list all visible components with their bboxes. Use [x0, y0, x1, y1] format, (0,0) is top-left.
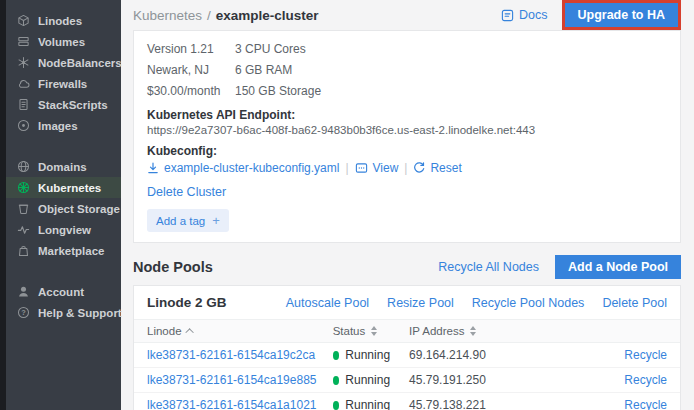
breadcrumb-section[interactable]: Kubernetes [133, 8, 202, 23]
sidebar-group-account: Account ? Help & Support [0, 281, 121, 323]
pool-header: Linode 2 GB Autoscale Pool Resize Pool R… [134, 286, 680, 319]
column-header-linode[interactable]: Linode [134, 320, 320, 343]
sidebar-item-label: Help & Support [38, 307, 122, 319]
sidebar-item-longview[interactable]: Longview [0, 219, 121, 240]
sidebar-item-help-support[interactable]: ? Help & Support [0, 302, 121, 323]
node-link[interactable]: lke38731-62161-6154ca19c2ca [134, 343, 320, 368]
reset-icon [413, 162, 425, 174]
upgrade-to-ha-button[interactable]: Upgrade to HA [565, 3, 679, 27]
nodes-table-header-row: Linode Status IP Address [134, 320, 680, 343]
table-row: lke38731-62161-6154ca19c2ca Running 69.1… [134, 343, 680, 368]
sidebar-item-linodes[interactable]: Linodes [0, 10, 121, 31]
sidebar-item-label: Images [38, 120, 78, 132]
sidebar-item-kubernetes[interactable]: Kubernetes [0, 177, 121, 198]
docs-icon [501, 9, 514, 22]
kubeconfig-view-link[interactable]: View [355, 161, 399, 175]
stackscripts-icon [17, 98, 30, 111]
help-icon: ? [17, 306, 30, 319]
kubeconfig-download-link[interactable]: example-cluster-kubeconfig.yaml [147, 161, 339, 175]
node-ip: 45.79.138.221 [396, 393, 533, 410]
sidebar-item-label: Longview [38, 224, 91, 236]
column-header-actions [533, 320, 680, 343]
node-link[interactable]: lke38731-62161-6154ca19e885 [134, 368, 320, 393]
spec-price: $30.00/month [147, 81, 235, 102]
node-ip: 69.164.214.90 [396, 343, 533, 368]
sidebar-item-stackscripts[interactable]: StackScripts [0, 94, 121, 115]
docs-link[interactable]: Docs [501, 8, 547, 22]
docs-label: Docs [519, 8, 547, 22]
volumes-icon [17, 35, 30, 48]
add-tag-button[interactable]: Add a tag + [147, 209, 229, 232]
tags-section: Add a tag + [147, 209, 667, 232]
spec-cpu: 3 CPU Cores [235, 39, 667, 60]
pool-name: Linode 2 GB [147, 295, 227, 310]
sort-asc-icon [185, 328, 193, 336]
app-window: Linodes Volumes NodeBalancers Firewalls … [0, 0, 694, 410]
sidebar-item-label: Object Storage [38, 203, 120, 215]
recycle-all-nodes-link[interactable]: Recycle All Nodes [438, 260, 539, 274]
status-dot-icon [333, 401, 340, 410]
node-pool-card: Linode 2 GB Autoscale Pool Resize Pool R… [133, 285, 681, 410]
breadcrumb-separator: / [207, 8, 211, 23]
cluster-summary-card: Version 1.21 3 CPU Cores Newark, NJ 6 GB… [133, 30, 681, 243]
table-row: lke38731-62161-6154ca19e885 Running 45.7… [134, 368, 680, 393]
node-ip: 45.79.191.250 [396, 368, 533, 393]
column-label: IP Address [409, 325, 464, 337]
sidebar-item-images[interactable]: Images [0, 115, 121, 136]
download-icon [147, 162, 159, 174]
sidebar-item-nodebalancers[interactable]: NodeBalancers [0, 52, 121, 73]
sidebar-item-firewalls[interactable]: Firewalls [0, 73, 121, 94]
api-endpoint-label: Kubernetes API Endpoint: [147, 108, 667, 122]
node-pools-title: Node Pools [133, 259, 213, 275]
resize-pool-link[interactable]: Resize Pool [387, 296, 454, 310]
sidebar-item-object-storage[interactable]: Object Storage [0, 198, 121, 219]
node-pools-header: Node Pools Recycle All Nodes Add a Node … [133, 255, 681, 279]
node-pools-actions: Recycle All Nodes Add a Node Pool [438, 255, 681, 279]
sidebar: Linodes Volumes NodeBalancers Firewalls … [0, 0, 121, 410]
domains-icon [17, 160, 30, 173]
recycle-pool-nodes-link[interactable]: Recycle Pool Nodes [472, 296, 585, 310]
column-header-status[interactable]: Status [320, 320, 396, 343]
api-endpoint-value: https://9e2a7307-b6ac-408f-ba62-9483b0b3… [147, 124, 667, 136]
nodebalancers-icon [17, 56, 30, 69]
annotation-highlight: Upgrade to HA [562, 0, 682, 30]
linodes-icon [17, 14, 30, 27]
delete-pool-link[interactable]: Delete Pool [602, 296, 667, 310]
kubeconfig-reset-link[interactable]: Reset [413, 161, 461, 175]
status-label: Running [345, 348, 390, 362]
add-tag-label: Add a tag [156, 215, 205, 227]
sidebar-item-marketplace[interactable]: Marketplace [0, 240, 121, 261]
sidebar-group-compute: Linodes Volumes NodeBalancers Firewalls … [0, 10, 121, 136]
kubernetes-icon [17, 181, 30, 194]
object-storage-icon [17, 202, 30, 215]
sidebar-item-domains[interactable]: Domains [0, 156, 121, 177]
nodes-table: Linode Status IP Address lke38731-62161-… [134, 319, 680, 410]
sort-carets-icon [470, 326, 476, 336]
recycle-node-link[interactable]: Recycle [533, 368, 680, 393]
column-header-ip-address[interactable]: IP Address [396, 320, 533, 343]
recycle-node-link[interactable]: Recycle [533, 393, 680, 410]
spec-ram: 6 GB RAM [235, 60, 667, 81]
reset-label: Reset [430, 161, 461, 175]
recycle-node-link[interactable]: Recycle [533, 343, 680, 368]
column-label: Linode [147, 325, 182, 337]
topbar-actions: Docs Upgrade to HA [501, 0, 681, 30]
sidebar-item-account[interactable]: Account [0, 281, 121, 302]
status-dot-icon [333, 376, 340, 385]
sidebar-item-label: Volumes [38, 36, 85, 48]
svg-text:?: ? [21, 308, 26, 317]
sidebar-item-volumes[interactable]: Volumes [0, 31, 121, 52]
node-link[interactable]: lke38731-62161-6154ca1a1021 [134, 393, 320, 410]
breadcrumb-current: example-cluster [216, 8, 319, 23]
add-node-pool-button[interactable]: Add a Node Pool [555, 255, 681, 279]
status-dot-icon [333, 351, 340, 360]
breadcrumb: Kubernetes/example-cluster [133, 8, 319, 23]
sidebar-item-label: NodeBalancers [38, 57, 122, 69]
delete-cluster-link[interactable]: Delete Cluster [147, 185, 226, 199]
column-label: Status [333, 325, 366, 337]
spec-version: Version 1.21 [147, 39, 235, 60]
autoscale-pool-link[interactable]: Autoscale Pool [286, 296, 369, 310]
status-badge: Running [333, 398, 390, 410]
firewalls-icon [17, 77, 30, 90]
kubeconfig-actions: example-cluster-kubeconfig.yaml | View |… [147, 161, 667, 175]
